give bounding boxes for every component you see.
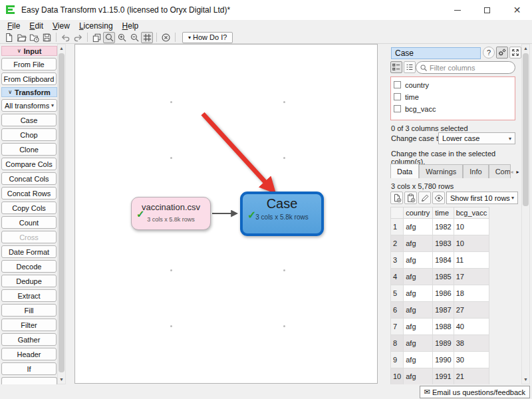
transform-if-button[interactable]: If (1, 362, 57, 375)
change-case-dropdown[interactable]: Lower case▾ (438, 132, 515, 144)
zoom-in-icon[interactable] (116, 32, 128, 43)
transform-compare-cols-button[interactable]: Compare Cols (1, 158, 57, 170)
transform-dedupe-button[interactable]: Dedupe (1, 275, 57, 287)
column-item-time[interactable]: time (394, 92, 515, 102)
open-file-icon[interactable] (15, 32, 27, 43)
source-node-vaccination-csv[interactable]: ✓ vaccination.csv 3 cols x 5.8k rows (131, 197, 211, 230)
table-row[interactable]: 9afg199030 (391, 352, 489, 368)
zoom-out-icon[interactable] (128, 32, 140, 43)
transform-decode-button[interactable]: Decode (1, 260, 57, 273)
redo-icon[interactable] (72, 32, 84, 43)
transform-clone-button[interactable]: Clone (1, 143, 57, 156)
settings-gear-icon[interactable] (496, 47, 508, 59)
snap-grid-icon[interactable] (141, 32, 153, 43)
list-view-icon[interactable] (404, 61, 416, 73)
tab-warnings[interactable]: Warnings (419, 164, 463, 178)
paste-data-icon[interactable] (404, 192, 417, 204)
maximize-button[interactable] (472, 0, 502, 20)
disconnect-icon[interactable] (160, 32, 172, 43)
transform-copy-cols-button[interactable]: Copy Cols (1, 201, 57, 214)
table-row[interactable]: 10afg199121 (391, 368, 489, 385)
transform-chop-button[interactable]: Chop (1, 128, 57, 141)
column-item-bcg-vacc[interactable]: bcg_vacc (394, 104, 515, 114)
table-row[interactable]: 2afg198310 (391, 235, 489, 252)
how-do-i-button[interactable]: ▾How Do I? (182, 32, 233, 43)
rows-shown-dropdown[interactable]: Show first 10 rows▾ (446, 192, 518, 204)
table-row[interactable]: 1afg198210 (391, 219, 489, 235)
feedback-button[interactable]: ✉ Email us questions/feedback (420, 386, 530, 398)
transform-extract-button[interactable]: Extract (1, 289, 57, 302)
flow-canvas[interactable]: ✓ vaccination.csv 3 cols x 5.8k rows ✓ C… (74, 44, 378, 384)
panel-scrollbar[interactable]: ▲ ▼ (521, 44, 530, 384)
transform-concat-cols-button[interactable]: Concat Cols (1, 172, 57, 185)
transform-case-button[interactable]: Case (1, 114, 57, 126)
copy-data-icon[interactable] (390, 192, 403, 204)
column-item-country[interactable]: country (394, 80, 515, 90)
toolbar-separator (156, 33, 157, 42)
table-cell: 1990 (433, 352, 454, 368)
menu-help[interactable]: Help (118, 21, 144, 31)
table-row[interactable]: 8afg198938 (391, 335, 489, 352)
transform-node-case[interactable]: ✓ Case 3 cols x 5.8k rows (240, 192, 324, 236)
filter-columns-input[interactable] (430, 64, 506, 72)
select-columns-icon[interactable] (390, 61, 402, 73)
scroll-down-icon[interactable]: ▼ (58, 376, 65, 384)
input-section-header[interactable]: ∨Input (1, 46, 57, 56)
menu-edit[interactable]: Edit (25, 21, 48, 31)
transform-count-button[interactable]: Count (1, 216, 57, 229)
close-button[interactable]: ✕ (502, 0, 532, 20)
table-cell: 1983 (433, 235, 454, 252)
table-row[interactable]: 4afg198517 (391, 269, 489, 285)
checkbox-icon[interactable] (394, 93, 401, 100)
filter-columns-box[interactable] (416, 61, 515, 74)
tab-info[interactable]: Info (463, 164, 488, 178)
table-row[interactable]: 5afg198618 (391, 285, 489, 302)
menu-file[interactable]: File (3, 21, 25, 31)
transform-filter-button[interactable]: Filter (1, 319, 57, 331)
transforms-filter-dropdown[interactable]: All transforms▾ (1, 99, 57, 112)
table-row[interactable]: 3afg198411 (391, 252, 489, 269)
scroll-up-icon[interactable]: ▲ (58, 45, 65, 53)
column-header-country[interactable]: country (404, 207, 433, 219)
table-row[interactable]: 6afg198727 (391, 302, 489, 319)
transform-partial-button[interactable] (1, 377, 57, 384)
minimize-button[interactable] (442, 0, 472, 20)
transform-fill-button[interactable]: Fill (1, 304, 57, 317)
transform-gather-button[interactable]: Gather (1, 333, 57, 346)
save-icon[interactable] (41, 32, 53, 43)
scroll-up-icon[interactable]: ▲ (522, 45, 529, 53)
column-header-bcg-vacc[interactable]: bcg_vacc (454, 207, 489, 219)
edit-pencil-icon[interactable] (418, 192, 431, 204)
table-cell: 38 (454, 335, 489, 352)
transform-concat-rows-button[interactable]: Concat Rows (1, 187, 57, 200)
input-from-clipboard-button[interactable]: From Clipboard (1, 72, 57, 85)
tab-comments[interactable]: Comments (489, 164, 511, 178)
transform-header-button[interactable]: Header (1, 348, 57, 360)
tabs-scroll-left-icon[interactable]: ◂ (509, 166, 515, 178)
menu-view[interactable]: View (48, 21, 74, 31)
new-file-icon[interactable] (3, 32, 15, 43)
undo-icon[interactable] (59, 32, 71, 43)
tab-data[interactable]: Data (390, 164, 419, 178)
checkbox-icon[interactable] (394, 81, 401, 88)
transform-section-header[interactable]: ∨Transform (1, 87, 57, 97)
scrollbar-thumb[interactable] (59, 53, 65, 372)
input-from-file-button[interactable]: From File (1, 58, 57, 70)
duplicate-icon[interactable] (90, 32, 102, 43)
scroll-down-icon[interactable]: ▼ (522, 376, 529, 384)
menu-licensing[interactable]: Licensing (74, 21, 118, 31)
expand-panel-icon[interactable] (509, 47, 521, 59)
transform-date-format-button[interactable]: Date Format (1, 245, 57, 258)
preview-eye-icon[interactable] (432, 192, 445, 204)
tabs-scroll-right-icon[interactable]: ▸ (515, 166, 521, 178)
table-cell: afg (404, 235, 433, 252)
scrollbar-thumb[interactable] (523, 53, 529, 206)
column-header-time[interactable]: time (433, 207, 454, 219)
open-recent-icon[interactable] (28, 32, 40, 43)
checkbox-icon[interactable] (394, 105, 401, 112)
table-row[interactable]: 7afg198840 (391, 319, 489, 335)
table-cell: afg (404, 352, 433, 368)
sidebar-scrollbar[interactable]: ▲ ▼ (57, 44, 66, 384)
search-icon[interactable] (103, 32, 115, 43)
help-icon[interactable]: ? (483, 47, 495, 59)
